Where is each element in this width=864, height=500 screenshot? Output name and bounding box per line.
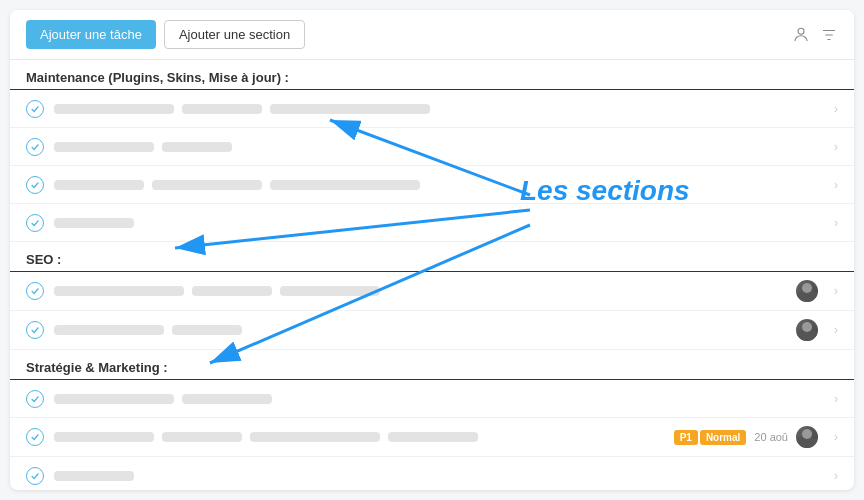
task-text-blur (54, 218, 134, 228)
task-text-blur (270, 180, 420, 190)
task-checkbox[interactable] (26, 428, 44, 446)
task-content (54, 286, 796, 296)
task-chevron: › (834, 140, 838, 154)
task-content (54, 218, 826, 228)
task-right: › (826, 178, 838, 192)
task-text-blur (162, 432, 242, 442)
task-text-blur (182, 394, 272, 404)
task-text-blur (54, 325, 164, 335)
task-right: › (826, 392, 838, 406)
task-row[interactable]: › (10, 128, 854, 166)
task-row[interactable]: › (10, 272, 854, 311)
main-container: Ajouter une tâche Ajouter une section Ma… (10, 10, 854, 490)
task-text-blur (54, 394, 174, 404)
task-checkbox[interactable] (26, 282, 44, 300)
task-text-blur (280, 286, 380, 296)
task-chevron: › (834, 469, 838, 483)
task-avatar (796, 319, 818, 341)
task-checkbox[interactable] (26, 467, 44, 485)
task-avatar (796, 426, 818, 448)
badge-normal: Normal (700, 430, 746, 445)
section-header-seo: SEO : (10, 242, 854, 272)
task-checkbox[interactable] (26, 176, 44, 194)
task-chevron: › (834, 284, 838, 298)
task-checkbox[interactable] (26, 321, 44, 339)
toolbar-left: Ajouter une tâche Ajouter une section (26, 20, 305, 49)
badge-p1: P1 (674, 430, 698, 445)
filter-icon-button[interactable] (820, 26, 838, 44)
task-row[interactable]: P1Normal20 aoû› (10, 418, 854, 457)
task-right: › (826, 140, 838, 154)
toolbar-right (792, 26, 838, 44)
task-right: › (826, 102, 838, 116)
task-text-blur (152, 180, 262, 190)
task-content (54, 104, 826, 114)
task-right: › (826, 216, 838, 230)
task-avatar (796, 280, 818, 302)
task-date: 20 aoû (754, 431, 788, 443)
add-task-button[interactable]: Ajouter une tâche (26, 20, 156, 49)
task-content (54, 180, 826, 190)
task-text-blur (54, 432, 154, 442)
task-right: › (796, 319, 838, 341)
task-text-blur (54, 471, 134, 481)
task-text-blur (54, 180, 144, 190)
task-badge: P1Normal (674, 430, 747, 445)
task-content (54, 432, 674, 442)
task-row[interactable]: › (10, 457, 854, 488)
task-right: › (826, 469, 838, 483)
section-title-strategie: Stratégie & Marketing : (26, 360, 168, 375)
task-text-blur (54, 286, 184, 296)
task-right: › (796, 280, 838, 302)
task-content (54, 394, 826, 404)
task-chevron: › (834, 430, 838, 444)
task-chevron: › (834, 323, 838, 337)
task-chevron: › (834, 102, 838, 116)
task-row[interactable]: › (10, 166, 854, 204)
task-text-blur (250, 432, 380, 442)
task-right: P1Normal20 aoû› (674, 426, 838, 448)
task-content (54, 142, 826, 152)
task-text-blur (54, 142, 154, 152)
user-icon-button[interactable] (792, 26, 810, 44)
task-chevron: › (834, 178, 838, 192)
section-header-strategie: Stratégie & Marketing : (10, 350, 854, 380)
task-text-blur (182, 104, 262, 114)
task-chevron: › (834, 392, 838, 406)
task-row[interactable]: › (10, 90, 854, 128)
toolbar: Ajouter une tâche Ajouter une section (10, 10, 854, 60)
task-row[interactable]: › (10, 204, 854, 242)
task-text-blur (192, 286, 272, 296)
task-text-blur (54, 104, 174, 114)
task-checkbox[interactable] (26, 214, 44, 232)
filter-icon (820, 26, 838, 44)
user-icon (792, 26, 810, 44)
section-title-maintenance: Maintenance (Plugins, Skins, Mise à jour… (26, 70, 289, 85)
task-text-blur (162, 142, 232, 152)
task-content (54, 471, 826, 481)
section-header-maintenance: Maintenance (Plugins, Skins, Mise à jour… (10, 60, 854, 90)
task-text-blur (388, 432, 478, 442)
task-row[interactable]: › (10, 380, 854, 418)
task-chevron: › (834, 216, 838, 230)
content-area: Maintenance (Plugins, Skins, Mise à jour… (10, 60, 854, 488)
task-checkbox[interactable] (26, 138, 44, 156)
svg-point-0 (798, 28, 804, 34)
task-text-blur (172, 325, 242, 335)
task-text-blur (270, 104, 430, 114)
task-content (54, 325, 796, 335)
section-title-seo: SEO : (26, 252, 61, 267)
task-checkbox[interactable] (26, 100, 44, 118)
task-checkbox[interactable] (26, 390, 44, 408)
task-row[interactable]: › (10, 311, 854, 350)
add-section-button[interactable]: Ajouter une section (164, 20, 305, 49)
